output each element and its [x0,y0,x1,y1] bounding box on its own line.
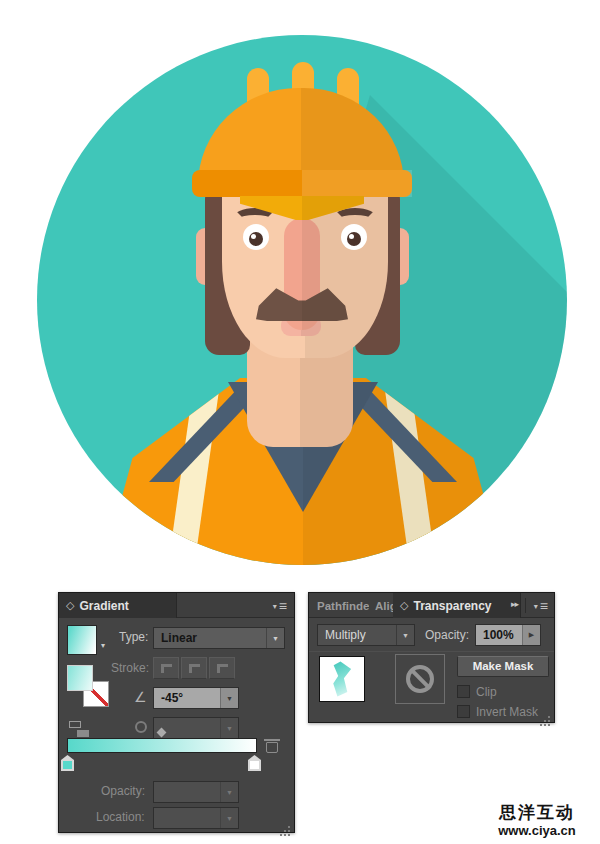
clip-checkbox[interactable] [457,685,470,698]
panel-menu-icon[interactable]: ▾≡ [273,599,287,613]
make-mask-button[interactable]: Make Mask [457,656,549,677]
eye-left [243,224,269,250]
invert-mask-checkbox[interactable] [457,705,470,718]
transparency-panel: Pathfinde Align ◇ Transparency ▸▸ ▾≡ Mul… [308,592,555,723]
gradient-fill-swatch[interactable] [67,625,97,655]
invert-mask-label: Invert Mask [476,705,538,719]
gradient-type-select[interactable]: Linear ▼ [153,627,285,649]
spinner-arrow-icon[interactable]: ▶ [522,625,540,645]
opacity-label: Opacity: [101,784,145,798]
no-mask-icon [406,665,434,693]
aspect-ratio-icon [135,721,147,733]
stroke-within-button[interactable] [153,657,179,679]
stop-opacity-select[interactable]: ▼ [153,781,239,803]
gradient-panel-titlebar: ◇ Gradient ▾≡ [59,593,294,618]
watermark: 思洋互动 www.ciya.cn [478,804,596,838]
opacity-label: Opacity: [425,628,469,642]
iris-right [347,232,361,246]
opacity-field[interactable]: 100% ▶ [475,624,541,646]
blend-mode-select[interactable]: Multiply ▼ [317,624,415,646]
stop-location-select[interactable]: ▼ [153,807,239,829]
watermark-url: www.ciya.cn [478,823,596,839]
gradient-swatch-dropdown-icon[interactable]: ▾ [101,641,105,650]
eye-highlight [251,234,256,239]
panel-resize-grip[interactable] [548,716,550,718]
angle-icon: ∠ [134,689,147,705]
dropdown-arrow-icon: ▼ [220,808,238,828]
delete-stop-icon[interactable] [266,742,278,753]
stroke-label: Stroke: [111,661,149,675]
gradient-panel-title: Gradient [79,599,128,613]
gradient-stop-left[interactable] [61,755,74,771]
gradient-slider[interactable] [67,738,257,753]
divider [309,651,554,652]
gradient-panel: ◇ Gradient ▾≡ ▾ Type: Linear ▼ Stroke: ∠… [58,592,295,833]
tab-transparency[interactable]: ◇ Transparency [393,593,521,618]
watermark-text-cn: 思洋互动 [478,804,596,823]
fill-proxy-icon[interactable] [67,665,93,691]
gradient-type-value: Linear [154,631,266,645]
location-label: Location: [96,810,145,824]
transparency-panel-titlebar: Pathfinde Align ◇ Transparency ▸▸ ▾≡ [309,593,554,618]
clip-label: Clip [476,685,497,699]
stroke-along-button[interactable] [181,657,207,679]
eye-right [341,224,367,250]
panel-cycle-icon: ◇ [400,600,408,611]
eye-highlight [349,234,354,239]
helmet-brim [192,170,412,197]
mask-thumbnail-empty[interactable] [395,654,445,704]
dropdown-arrow-icon: ▼ [220,688,238,708]
dropdown-arrow-icon: ▼ [396,625,414,645]
gradient-stop-right[interactable] [248,755,261,771]
tab-gradient[interactable]: ◇ Gradient [59,593,177,618]
gradient-angle-field[interactable]: -45° ▼ [153,687,239,709]
aspect-ratio-select[interactable]: ▼ [153,717,239,739]
dropdown-arrow-icon: ▼ [220,718,238,738]
panel-menu-icon[interactable]: ▾≡ [534,599,548,613]
stroke-across-button[interactable] [209,657,235,679]
dropdown-arrow-icon: ▼ [220,782,238,802]
panel-resize-grip[interactable] [288,826,290,828]
object-thumbnail[interactable] [319,656,365,702]
reverse-gradient-icon[interactable] [69,721,91,739]
tab-overflow-icon[interactable]: ▸▸ [511,599,518,609]
iris-left [249,232,263,246]
worker-avatar-illustration [37,35,567,565]
tab-pathfinder[interactable]: Pathfinde [311,593,369,618]
divider [525,598,526,613]
panel-cycle-icon: ◇ [66,600,74,611]
opacity-value: 100% [476,628,522,642]
canvas: ◇ Gradient ▾≡ ▾ Type: Linear ▼ Stroke: ∠… [0,0,600,844]
dropdown-arrow-icon: ▼ [266,628,284,648]
gradient-angle-value: -45° [154,691,220,705]
type-label: Type: [119,630,148,644]
blend-mode-value: Multiply [318,628,396,642]
transparency-tab-label: Transparency [413,599,491,613]
